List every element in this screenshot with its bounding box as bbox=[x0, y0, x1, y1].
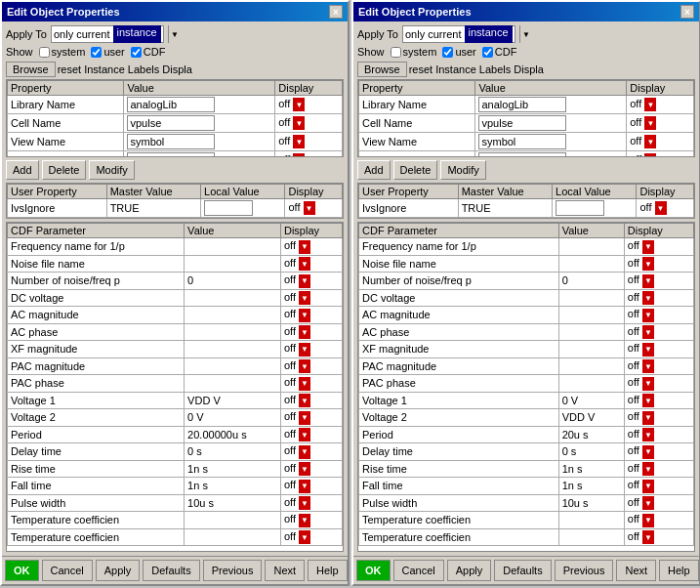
cdf-display-cell[interactable]: off ▼ bbox=[624, 426, 693, 443]
cdf-display-cell[interactable]: off ▼ bbox=[624, 512, 693, 529]
value-cell[interactable] bbox=[124, 96, 275, 114]
cdf-display-cell[interactable]: off ▼ bbox=[624, 323, 693, 341]
browse-btn-1[interactable]: Browse bbox=[6, 62, 56, 77]
value-cell[interactable] bbox=[124, 114, 275, 133]
system-check-1[interactable]: system bbox=[39, 46, 86, 58]
delete-btn-2[interactable]: Delete bbox=[393, 160, 438, 180]
cdf-display-cell[interactable]: off ▼ bbox=[280, 323, 342, 341]
cdf-display-cell[interactable]: off ▼ bbox=[624, 341, 693, 358]
cdf-display-cell[interactable]: off ▼ bbox=[280, 426, 342, 443]
value-cell[interactable] bbox=[124, 133, 275, 151]
cdf-display-cell[interactable]: off ▼ bbox=[280, 341, 342, 358]
cancel-btn-2[interactable]: Cancel bbox=[393, 560, 444, 581]
cdf-check-1[interactable]: CDF bbox=[131, 46, 166, 58]
cdf-display-cell[interactable]: off ▼ bbox=[280, 528, 342, 546]
cdf-display-cell[interactable]: off ▼ bbox=[624, 307, 693, 324]
add-btn-1[interactable]: Add bbox=[6, 160, 39, 180]
system-checkbox-2[interactable] bbox=[391, 47, 401, 58]
cdf-display-cell[interactable]: off ▼ bbox=[280, 307, 342, 324]
cancel-btn-1[interactable]: Cancel bbox=[42, 560, 93, 581]
cdf-display-cell[interactable]: off ▼ bbox=[280, 375, 342, 393]
system-check-2[interactable]: system bbox=[391, 46, 437, 58]
display-cell[interactable]: off ▼ bbox=[275, 96, 343, 114]
value-cell[interactable] bbox=[124, 151, 275, 158]
combo-arrow-2[interactable]: ▼ bbox=[519, 25, 533, 43]
apply-to-combo-1[interactable]: only current instance bbox=[51, 25, 164, 43]
close-button-2[interactable]: × bbox=[680, 5, 694, 19]
cdf-checkbox-2[interactable] bbox=[482, 47, 493, 58]
modify-btn-1[interactable]: Modify bbox=[89, 160, 134, 180]
ok-btn-1[interactable]: OK bbox=[5, 560, 39, 581]
display-cell[interactable]: off ▼ bbox=[275, 151, 343, 158]
apply-btn-1[interactable]: Apply bbox=[96, 560, 141, 581]
display-cell[interactable]: off ▼ bbox=[275, 133, 343, 151]
next-btn-1[interactable]: Next bbox=[265, 560, 305, 581]
cdf-display-cell[interactable]: off ▼ bbox=[624, 443, 693, 461]
display-cell[interactable]: off ▼ bbox=[275, 114, 343, 133]
modify-btn-2[interactable]: Modify bbox=[440, 160, 485, 180]
cdf-display-cell[interactable]: off ▼ bbox=[624, 528, 693, 546]
display-cell[interactable]: off ▼ bbox=[627, 114, 694, 133]
help-btn-2[interactable]: Help bbox=[659, 560, 699, 581]
cdf-display-cell[interactable]: off ▼ bbox=[280, 494, 342, 512]
cdf-display-cell[interactable]: off ▼ bbox=[624, 357, 693, 375]
instance-btn-1[interactable]: instance bbox=[113, 25, 161, 43]
prev-btn-1[interactable]: Previous bbox=[203, 560, 263, 581]
apply-btn-2[interactable]: Apply bbox=[447, 560, 492, 581]
cdf-display-cell[interactable]: off ▼ bbox=[280, 357, 342, 375]
cdf-display-cell[interactable]: off ▼ bbox=[624, 460, 693, 478]
cdf-display-cell[interactable]: off ▼ bbox=[624, 494, 693, 512]
next-btn-2[interactable]: Next bbox=[616, 560, 656, 581]
combo-arrow-1[interactable]: ▼ bbox=[168, 25, 182, 43]
value-cell[interactable] bbox=[475, 151, 627, 158]
browse-btn-2[interactable]: Browse bbox=[357, 62, 407, 77]
cdf-display-cell[interactable]: off ▼ bbox=[280, 255, 342, 273]
cdf-display-cell[interactable]: off ▼ bbox=[280, 409, 342, 427]
cdf-display-cell[interactable]: off ▼ bbox=[280, 478, 342, 495]
apply-to-combo-2[interactable]: only current instance bbox=[402, 25, 515, 43]
cdf-checkbox-1[interactable] bbox=[131, 47, 142, 58]
prev-btn-2[interactable]: Previous bbox=[555, 560, 614, 581]
user-check-2[interactable]: user bbox=[442, 46, 475, 58]
cdf-check-2[interactable]: CDF bbox=[482, 46, 517, 58]
cdf-value-cell bbox=[185, 289, 281, 307]
cdf-display-cell[interactable]: off ▼ bbox=[280, 443, 342, 461]
cdf-display-cell[interactable]: off ▼ bbox=[280, 512, 342, 529]
user-checkbox-1[interactable] bbox=[91, 47, 102, 58]
cdf-display-cell[interactable]: off ▼ bbox=[624, 255, 693, 273]
local-val-cell[interactable] bbox=[553, 199, 637, 218]
value-cell[interactable] bbox=[475, 114, 627, 133]
display-cell[interactable]: off ▼ bbox=[627, 133, 694, 151]
user-display-cell[interactable]: off ▼ bbox=[637, 199, 694, 218]
add-btn-2[interactable]: Add bbox=[357, 160, 391, 180]
cdf-display-cell[interactable]: off ▼ bbox=[280, 273, 342, 290]
user-display-cell[interactable]: off ▼ bbox=[285, 199, 343, 218]
value-cell[interactable] bbox=[475, 133, 627, 151]
table-row: Period 20u s off ▼ bbox=[359, 426, 694, 443]
display-cell[interactable]: off ▼ bbox=[627, 96, 694, 114]
delete-btn-1[interactable]: Delete bbox=[42, 160, 87, 180]
defaults-btn-2[interactable]: Defaults bbox=[494, 560, 551, 581]
instance-btn-2[interactable]: instance bbox=[465, 25, 513, 43]
cdf-display-cell[interactable]: off ▼ bbox=[280, 238, 342, 256]
system-checkbox-1[interactable] bbox=[39, 47, 50, 58]
cdf-display-cell[interactable]: off ▼ bbox=[624, 375, 693, 393]
value-cell[interactable] bbox=[475, 96, 627, 114]
cdf-display-cell[interactable]: off ▼ bbox=[624, 238, 693, 256]
user-checkbox-2[interactable] bbox=[442, 47, 453, 58]
cdf-display-cell[interactable]: off ▼ bbox=[624, 409, 693, 427]
user-check-1[interactable]: user bbox=[91, 46, 124, 58]
help-btn-1[interactable]: Help bbox=[308, 560, 348, 581]
cdf-display-cell[interactable]: off ▼ bbox=[280, 289, 342, 307]
ok-btn-2[interactable]: OK bbox=[356, 560, 391, 581]
cdf-display-cell[interactable]: off ▼ bbox=[280, 392, 342, 409]
cdf-display-cell[interactable]: off ▼ bbox=[624, 478, 693, 495]
close-button-1[interactable]: × bbox=[329, 5, 343, 19]
display-cell[interactable]: off ▼ bbox=[627, 151, 694, 158]
local-val-cell[interactable] bbox=[201, 199, 285, 218]
cdf-display-cell[interactable]: off ▼ bbox=[280, 460, 342, 478]
cdf-display-cell[interactable]: off ▼ bbox=[624, 289, 693, 307]
cdf-display-cell[interactable]: off ▼ bbox=[624, 273, 693, 290]
cdf-display-cell[interactable]: off ▼ bbox=[624, 392, 693, 409]
defaults-btn-1[interactable]: Defaults bbox=[143, 560, 199, 581]
